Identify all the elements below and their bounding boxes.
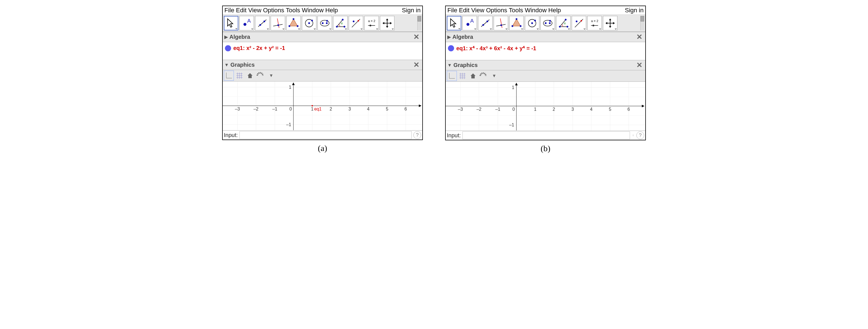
menu-window[interactable]: Window [302, 7, 323, 14]
graphics-panel-header[interactable]: ▼ Graphics ✕ [446, 60, 645, 70]
signin-link[interactable]: Sign in [625, 7, 644, 14]
graphics-title: Graphics [454, 62, 478, 68]
graph-canvas[interactable]: –3–2–1 012 3456 1–1 [446, 82, 645, 131]
grid-toggle[interactable] [235, 71, 244, 81]
tool-perpendicular[interactable] [494, 16, 508, 30]
tool-move-view[interactable] [603, 16, 617, 30]
point-capturing-icon[interactable] [478, 71, 489, 81]
algebra-title: Algebra [229, 34, 250, 40]
tool-reflect[interactable] [349, 16, 363, 30]
graphics-title: Graphics [230, 62, 255, 68]
input-bar: Input: ⦂ ? [446, 131, 645, 140]
algebra-panel-header[interactable]: ▶ Algebra ✕ [446, 32, 645, 42]
svg-point-81 [531, 22, 533, 24]
tool-ellipse[interactable] [540, 16, 555, 30]
axes-toggle[interactable] [224, 71, 234, 81]
tool-point[interactable]: A [462, 16, 477, 30]
svg-text:–1: –1 [272, 107, 277, 111]
tool-angle[interactable]: α [556, 16, 570, 30]
axes-toggle[interactable] [447, 71, 457, 81]
input-options-button[interactable]: ⦂ [632, 133, 635, 137]
close-icon[interactable]: ✕ [412, 60, 421, 69]
collapse-icon: ▼ [224, 62, 229, 67]
svg-text:4: 4 [590, 107, 593, 112]
tool-angle[interactable]: α [333, 16, 348, 30]
svg-point-77 [516, 18, 517, 20]
svg-text:1: 1 [311, 107, 314, 111]
tool-move[interactable] [224, 16, 238, 30]
svg-text:1: 1 [289, 85, 291, 89]
tool-perpendicular[interactable] [271, 16, 285, 30]
eq1-point[interactable] [312, 105, 313, 107]
geogebra-window-b: File Edit View Options Tools Window Help… [445, 6, 646, 140]
svg-text:0: 0 [512, 107, 515, 112]
help-icon[interactable]: ? [413, 131, 421, 139]
svg-text:–1: –1 [286, 122, 291, 127]
menu-edit[interactable]: Edit [236, 7, 246, 14]
equation-visibility-toggle[interactable] [448, 45, 454, 51]
svg-point-98 [593, 25, 594, 26]
tool-move-view[interactable] [380, 16, 395, 30]
svg-point-94 [576, 21, 577, 22]
svg-text:3: 3 [571, 107, 574, 112]
svg-text:1: 1 [512, 85, 514, 90]
signin-link[interactable]: Sign in [402, 7, 421, 14]
svg-text:α: α [341, 22, 343, 25]
menu-file[interactable]: File [224, 7, 234, 14]
tool-reflect[interactable] [572, 16, 586, 30]
tool-slider[interactable]: a = 2 [364, 16, 379, 30]
home-icon[interactable] [468, 71, 478, 81]
svg-line-70 [481, 20, 489, 27]
svg-point-18 [326, 20, 328, 22]
svg-point-86 [549, 20, 551, 22]
equation-text[interactable]: eq1: x² - 2x + y² = -1 [233, 45, 285, 51]
graphics-settings-dropdown[interactable]: ▼ [266, 71, 276, 81]
tool-polygon[interactable] [509, 16, 524, 30]
svg-text:a = 2: a = 2 [368, 19, 375, 23]
equation-text[interactable]: eq1: x⁴ - 4x³ + 6x² - 4x + y⁴ = -1 [456, 45, 536, 52]
tool-move[interactable] [447, 16, 461, 30]
svg-point-75 [500, 24, 502, 26]
menu-file[interactable]: File [447, 7, 457, 14]
svg-point-85 [549, 22, 551, 24]
tool-polygon[interactable] [286, 16, 301, 30]
svg-text:–3: –3 [235, 107, 240, 111]
algebra-content: eq1: x² - 2x + y² = -1 [223, 42, 422, 60]
menu-help[interactable]: Help [325, 7, 338, 14]
svg-point-84 [545, 22, 547, 24]
close-icon[interactable]: ✕ [635, 61, 644, 70]
tool-circle[interactable] [302, 16, 316, 30]
menu-tools[interactable]: Tools [286, 7, 300, 14]
toolbar-scrollbar[interactable] [417, 16, 421, 30]
point-capturing-icon[interactable] [256, 71, 266, 81]
menu-edit[interactable]: Edit [459, 7, 469, 14]
svg-point-68 [466, 23, 469, 26]
algebra-panel-header[interactable]: ▶ Algebra ✕ [223, 32, 422, 42]
input-field[interactable] [240, 131, 412, 139]
menu-options[interactable]: Options [263, 7, 284, 14]
menu-view[interactable]: View [248, 7, 261, 14]
close-icon[interactable]: ✕ [412, 33, 421, 41]
equation-visibility-toggle[interactable] [225, 45, 231, 51]
svg-point-22 [344, 26, 345, 27]
menu-help[interactable]: Help [548, 7, 561, 14]
help-icon[interactable]: ? [637, 132, 644, 139]
close-icon[interactable]: ✕ [635, 33, 644, 41]
graphics-settings-dropdown[interactable]: ▼ [489, 71, 499, 81]
graphics-panel-header[interactable]: ▼ Graphics ✕ [223, 60, 422, 70]
menu-options[interactable]: Options [486, 7, 507, 14]
grid-toggle[interactable] [457, 71, 467, 81]
toolbar-scrollbar[interactable] [640, 16, 644, 30]
tool-slider[interactable]: a = 2 [587, 16, 602, 30]
tool-line[interactable] [478, 16, 493, 30]
tool-ellipse[interactable] [317, 16, 332, 30]
tool-circle[interactable] [525, 16, 539, 30]
menu-tools[interactable]: Tools [509, 7, 523, 14]
home-icon[interactable] [245, 71, 255, 81]
tool-point[interactable]: A [240, 16, 254, 30]
tool-line[interactable] [255, 16, 270, 30]
input-field[interactable] [462, 132, 630, 139]
menu-view[interactable]: View [471, 7, 484, 14]
menu-window[interactable]: Window [525, 7, 547, 14]
graph-canvas[interactable]: –3–2–1 012 3456 1–1 eq1 [223, 81, 422, 130]
